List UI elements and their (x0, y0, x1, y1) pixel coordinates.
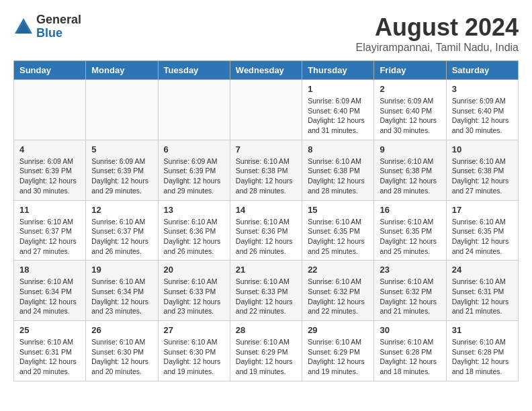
header-tuesday: Tuesday (158, 61, 230, 80)
day-number: 20 (164, 265, 224, 275)
day-info: Sunrise: 6:10 AM Sunset: 6:32 PM Dayligh… (380, 277, 440, 316)
calendar-cell: 25Sunrise: 6:10 AM Sunset: 6:31 PM Dayli… (14, 321, 86, 381)
day-number: 13 (164, 205, 224, 215)
calendar-cell: 22Sunrise: 6:10 AM Sunset: 6:32 PM Dayli… (302, 261, 374, 321)
day-number: 4 (19, 144, 80, 154)
day-number: 28 (236, 325, 296, 335)
calendar-week-row: 11Sunrise: 6:10 AM Sunset: 6:37 PM Dayli… (14, 200, 519, 261)
day-number: 6 (164, 144, 224, 154)
day-info: Sunrise: 6:09 AM Sunset: 6:40 PM Dayligh… (308, 96, 368, 136)
day-info: Sunrise: 6:10 AM Sunset: 6:34 PM Dayligh… (91, 277, 152, 316)
day-number: 16 (380, 205, 440, 215)
calendar-week-row: 25Sunrise: 6:10 AM Sunset: 6:31 PM Dayli… (14, 321, 519, 381)
day-info: Sunrise: 6:10 AM Sunset: 6:30 PM Dayligh… (91, 337, 152, 377)
day-number: 15 (308, 205, 368, 215)
day-info: Sunrise: 6:10 AM Sunset: 6:28 PM Dayligh… (380, 337, 440, 377)
logo: General Blue (13, 13, 81, 40)
calendar-cell: 1Sunrise: 6:09 AM Sunset: 6:40 PM Daylig… (302, 80, 374, 140)
calendar-cell: 31Sunrise: 6:10 AM Sunset: 6:28 PM Dayli… (446, 321, 518, 381)
calendar-cell: 12Sunrise: 6:10 AM Sunset: 6:37 PM Dayli… (86, 200, 158, 261)
calendar-cell: 5Sunrise: 6:09 AM Sunset: 6:39 PM Daylig… (86, 140, 158, 200)
calendar-cell: 23Sunrise: 6:10 AM Sunset: 6:32 PM Dayli… (374, 261, 446, 321)
day-info: Sunrise: 6:10 AM Sunset: 6:32 PM Dayligh… (308, 277, 368, 316)
day-info: Sunrise: 6:10 AM Sunset: 6:35 PM Dayligh… (452, 217, 513, 257)
header: General Blue August 2024 Elayirampannai,… (13, 13, 519, 54)
day-info: Sunrise: 6:10 AM Sunset: 6:29 PM Dayligh… (308, 337, 368, 377)
day-info: Sunrise: 6:10 AM Sunset: 6:35 PM Dayligh… (308, 217, 368, 257)
day-info: Sunrise: 6:09 AM Sunset: 6:39 PM Dayligh… (19, 156, 80, 196)
day-info: Sunrise: 6:10 AM Sunset: 6:35 PM Dayligh… (380, 217, 440, 257)
day-info: Sunrise: 6:09 AM Sunset: 6:40 PM Dayligh… (380, 96, 440, 136)
calendar-cell: 14Sunrise: 6:10 AM Sunset: 6:36 PM Dayli… (230, 200, 302, 261)
day-number: 1 (308, 84, 368, 94)
calendar-cell: 21Sunrise: 6:10 AM Sunset: 6:33 PM Dayli… (230, 261, 302, 321)
calendar-cell: 29Sunrise: 6:10 AM Sunset: 6:29 PM Dayli… (302, 321, 374, 381)
title-area: August 2024 Elayirampannai, Tamil Nadu, … (356, 13, 519, 54)
day-info: Sunrise: 6:10 AM Sunset: 6:34 PM Dayligh… (19, 277, 80, 316)
calendar-cell: 18Sunrise: 6:10 AM Sunset: 6:34 PM Dayli… (14, 261, 86, 321)
calendar-cell: 9Sunrise: 6:10 AM Sunset: 6:38 PM Daylig… (374, 140, 446, 200)
calendar-cell: 11Sunrise: 6:10 AM Sunset: 6:37 PM Dayli… (14, 200, 86, 261)
header-monday: Monday (86, 61, 158, 80)
calendar-cell: 7Sunrise: 6:10 AM Sunset: 6:38 PM Daylig… (230, 140, 302, 200)
day-number: 5 (91, 144, 152, 154)
day-number: 22 (308, 265, 368, 275)
day-info: Sunrise: 6:10 AM Sunset: 6:31 PM Dayligh… (19, 337, 80, 377)
day-number: 12 (91, 205, 152, 215)
calendar-cell: 15Sunrise: 6:10 AM Sunset: 6:35 PM Dayli… (302, 200, 374, 261)
day-info: Sunrise: 6:10 AM Sunset: 6:38 PM Dayligh… (308, 156, 368, 196)
day-number: 23 (380, 265, 440, 275)
calendar-cell: 30Sunrise: 6:10 AM Sunset: 6:28 PM Dayli… (374, 321, 446, 381)
calendar-cell (14, 80, 86, 140)
day-info: Sunrise: 6:10 AM Sunset: 6:36 PM Dayligh… (236, 217, 296, 257)
header-friday: Friday (374, 61, 446, 80)
day-info: Sunrise: 6:09 AM Sunset: 6:39 PM Dayligh… (164, 156, 224, 196)
calendar-cell (230, 80, 302, 140)
day-number: 18 (19, 265, 80, 275)
calendar-table: SundayMondayTuesdayWednesdayThursdayFrid… (13, 60, 519, 381)
header-sunday: Sunday (14, 61, 86, 80)
calendar-header-row: SundayMondayTuesdayWednesdayThursdayFrid… (14, 61, 519, 80)
day-number: 21 (236, 265, 296, 275)
day-info: Sunrise: 6:09 AM Sunset: 6:40 PM Dayligh… (452, 96, 513, 136)
calendar-cell (158, 80, 230, 140)
calendar-cell: 27Sunrise: 6:10 AM Sunset: 6:30 PM Dayli… (158, 321, 230, 381)
calendar-cell: 6Sunrise: 6:09 AM Sunset: 6:39 PM Daylig… (158, 140, 230, 200)
calendar-cell: 20Sunrise: 6:10 AM Sunset: 6:33 PM Dayli… (158, 261, 230, 321)
day-number: 7 (236, 144, 296, 154)
calendar-cell: 3Sunrise: 6:09 AM Sunset: 6:40 PM Daylig… (446, 80, 518, 140)
day-info: Sunrise: 6:10 AM Sunset: 6:30 PM Dayligh… (164, 337, 224, 377)
day-info: Sunrise: 6:10 AM Sunset: 6:37 PM Dayligh… (19, 217, 80, 257)
calendar-week-row: 1Sunrise: 6:09 AM Sunset: 6:40 PM Daylig… (14, 80, 519, 140)
calendar-cell: 28Sunrise: 6:10 AM Sunset: 6:29 PM Dayli… (230, 321, 302, 381)
day-info: Sunrise: 6:10 AM Sunset: 6:33 PM Dayligh… (164, 277, 224, 316)
page-title: August 2024 (356, 13, 519, 42)
logo-blue-text: Blue (36, 27, 81, 40)
day-info: Sunrise: 6:10 AM Sunset: 6:36 PM Dayligh… (164, 217, 224, 257)
day-number: 24 (452, 265, 513, 275)
logo-general-text: General (36, 13, 81, 27)
day-number: 17 (452, 205, 513, 215)
day-number: 2 (380, 84, 440, 94)
header-saturday: Saturday (446, 61, 518, 80)
calendar-body: 1Sunrise: 6:09 AM Sunset: 6:40 PM Daylig… (14, 80, 519, 381)
calendar-cell: 19Sunrise: 6:10 AM Sunset: 6:34 PM Dayli… (86, 261, 158, 321)
day-info: Sunrise: 6:10 AM Sunset: 6:37 PM Dayligh… (91, 217, 152, 257)
day-number: 30 (380, 325, 440, 335)
calendar-week-row: 4Sunrise: 6:09 AM Sunset: 6:39 PM Daylig… (14, 140, 519, 200)
calendar-cell: 13Sunrise: 6:10 AM Sunset: 6:36 PM Dayli… (158, 200, 230, 261)
day-number: 29 (308, 325, 368, 335)
calendar-cell: 16Sunrise: 6:10 AM Sunset: 6:35 PM Dayli… (374, 200, 446, 261)
page-subtitle: Elayirampannai, Tamil Nadu, India (356, 42, 519, 54)
calendar-cell (86, 80, 158, 140)
calendar-cell: 8Sunrise: 6:10 AM Sunset: 6:38 PM Daylig… (302, 140, 374, 200)
header-thursday: Thursday (302, 61, 374, 80)
day-number: 31 (452, 325, 513, 335)
day-info: Sunrise: 6:10 AM Sunset: 6:28 PM Dayligh… (452, 337, 513, 377)
day-number: 9 (380, 144, 440, 154)
day-number: 11 (19, 205, 80, 215)
day-info: Sunrise: 6:09 AM Sunset: 6:39 PM Dayligh… (91, 156, 152, 196)
day-number: 26 (91, 325, 152, 335)
calendar-cell: 2Sunrise: 6:09 AM Sunset: 6:40 PM Daylig… (374, 80, 446, 140)
day-number: 19 (91, 265, 152, 275)
